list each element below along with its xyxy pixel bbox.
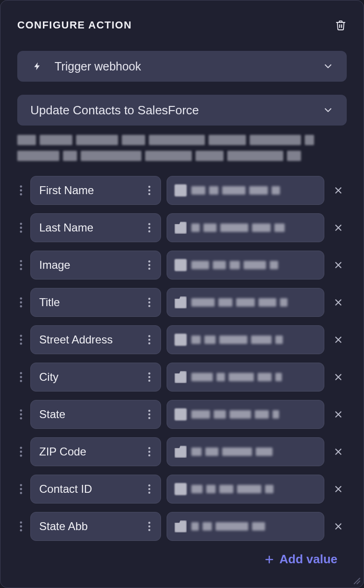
svg-point-76 bbox=[148, 525, 150, 527]
svg-point-48 bbox=[20, 409, 22, 412]
drag-handle[interactable] bbox=[17, 483, 25, 495]
field-more-button[interactable] bbox=[145, 409, 154, 420]
remove-row-button[interactable] bbox=[330, 260, 347, 270]
field-value-chip[interactable] bbox=[167, 363, 324, 392]
svg-point-69 bbox=[148, 492, 150, 494]
field-value-chip[interactable] bbox=[167, 437, 324, 466]
action-target-label: Update Contacts to SalesForce bbox=[30, 103, 322, 118]
add-value-button[interactable]: Add value bbox=[17, 552, 347, 567]
svg-point-51 bbox=[148, 410, 150, 412]
value-type-icon bbox=[175, 446, 187, 458]
delete-action-button[interactable] bbox=[335, 19, 347, 31]
chevron-down-icon bbox=[322, 105, 334, 116]
svg-point-27 bbox=[148, 298, 150, 300]
value-blurred bbox=[191, 410, 316, 419]
svg-point-65 bbox=[20, 488, 22, 490]
field-key-chip[interactable]: Image bbox=[30, 251, 161, 280]
field-more-button[interactable] bbox=[145, 223, 154, 233]
more-vertical-icon bbox=[147, 223, 151, 233]
close-icon bbox=[333, 447, 343, 457]
field-key-chip[interactable]: State bbox=[30, 400, 161, 429]
drag-handle[interactable] bbox=[17, 334, 25, 345]
value-blurred bbox=[191, 298, 316, 307]
value-blurred bbox=[191, 485, 316, 493]
drag-handle[interactable] bbox=[17, 297, 25, 308]
svg-point-44 bbox=[148, 376, 150, 378]
remove-row-button[interactable] bbox=[330, 335, 347, 345]
svg-point-73 bbox=[20, 525, 22, 528]
field-value-chip[interactable] bbox=[167, 176, 324, 205]
close-icon bbox=[333, 185, 343, 196]
drag-handle[interactable] bbox=[17, 259, 25, 271]
remove-row-button[interactable] bbox=[330, 185, 347, 196]
svg-point-29 bbox=[148, 305, 150, 307]
more-vertical-icon bbox=[147, 409, 151, 420]
svg-point-3 bbox=[148, 186, 150, 188]
field-more-button[interactable] bbox=[145, 484, 154, 494]
drag-handle[interactable] bbox=[17, 371, 25, 383]
field-key-label: Last Name bbox=[39, 221, 145, 234]
more-vertical-icon bbox=[147, 185, 151, 196]
field-value-chip[interactable] bbox=[167, 475, 324, 504]
field-more-button[interactable] bbox=[145, 372, 154, 382]
remove-row-button[interactable] bbox=[330, 521, 347, 532]
field-value-chip[interactable] bbox=[167, 251, 324, 280]
drag-dots-icon bbox=[19, 222, 23, 233]
drag-dots-icon bbox=[19, 446, 23, 457]
value-type-icon bbox=[175, 520, 187, 532]
field-value-chip[interactable] bbox=[167, 400, 324, 429]
resize-handle[interactable] bbox=[352, 576, 361, 585]
field-value-chip[interactable] bbox=[167, 512, 324, 541]
mapping-row: Contact ID bbox=[17, 475, 347, 504]
field-value-chip[interactable] bbox=[167, 288, 324, 317]
trigger-select[interactable]: Trigger webhook bbox=[17, 51, 347, 82]
svg-point-25 bbox=[20, 301, 22, 304]
value-type-icon bbox=[175, 371, 187, 383]
field-key-chip[interactable]: First Name bbox=[30, 176, 161, 205]
field-more-button[interactable] bbox=[145, 260, 154, 270]
close-icon bbox=[333, 297, 343, 308]
remove-row-button[interactable] bbox=[330, 223, 347, 233]
more-vertical-icon bbox=[147, 484, 151, 494]
field-key-chip[interactable]: ZIP Code bbox=[30, 437, 161, 466]
field-key-chip[interactable]: Title bbox=[30, 288, 161, 317]
value-blurred bbox=[191, 336, 316, 344]
field-more-button[interactable] bbox=[145, 297, 154, 308]
field-more-button[interactable] bbox=[145, 521, 154, 532]
mapping-row: ZIP Code bbox=[17, 437, 347, 466]
field-more-button[interactable] bbox=[145, 185, 154, 196]
remove-row-button[interactable] bbox=[330, 372, 347, 382]
remove-row-button[interactable] bbox=[330, 409, 347, 420]
mapping-row: State Abb bbox=[17, 512, 347, 541]
action-target-select[interactable]: Update Contacts to SalesForce bbox=[17, 95, 347, 126]
mapping-row: Last Name bbox=[17, 213, 347, 242]
drag-handle[interactable] bbox=[17, 446, 25, 457]
value-type-icon bbox=[175, 296, 187, 308]
drag-handle[interactable] bbox=[17, 521, 25, 532]
field-key-chip[interactable]: Street Address bbox=[30, 325, 161, 354]
drag-dots-icon bbox=[19, 521, 23, 532]
resize-grip-icon bbox=[352, 576, 361, 585]
value-type-icon bbox=[175, 259, 187, 271]
field-more-button[interactable] bbox=[145, 335, 154, 345]
remove-row-button[interactable] bbox=[330, 484, 347, 494]
field-key-chip[interactable]: Last Name bbox=[30, 213, 161, 242]
value-type-icon bbox=[175, 408, 187, 420]
remove-row-button[interactable] bbox=[330, 447, 347, 457]
drag-handle[interactable] bbox=[17, 222, 25, 233]
svg-point-61 bbox=[148, 455, 150, 456]
field-key-chip[interactable]: City bbox=[30, 363, 161, 392]
drag-handle[interactable] bbox=[17, 409, 25, 420]
more-vertical-icon bbox=[147, 335, 151, 345]
field-value-chip[interactable] bbox=[167, 213, 324, 242]
value-blurred bbox=[191, 448, 316, 456]
svg-point-28 bbox=[148, 301, 150, 303]
drag-handle[interactable] bbox=[17, 185, 25, 196]
svg-point-32 bbox=[20, 335, 22, 337]
field-more-button[interactable] bbox=[145, 447, 154, 457]
field-key-chip[interactable]: Contact ID bbox=[30, 475, 161, 504]
field-key-chip[interactable]: State Abb bbox=[30, 512, 161, 541]
remove-row-button[interactable] bbox=[330, 297, 347, 308]
more-vertical-icon bbox=[147, 447, 151, 457]
field-value-chip[interactable] bbox=[167, 325, 324, 354]
